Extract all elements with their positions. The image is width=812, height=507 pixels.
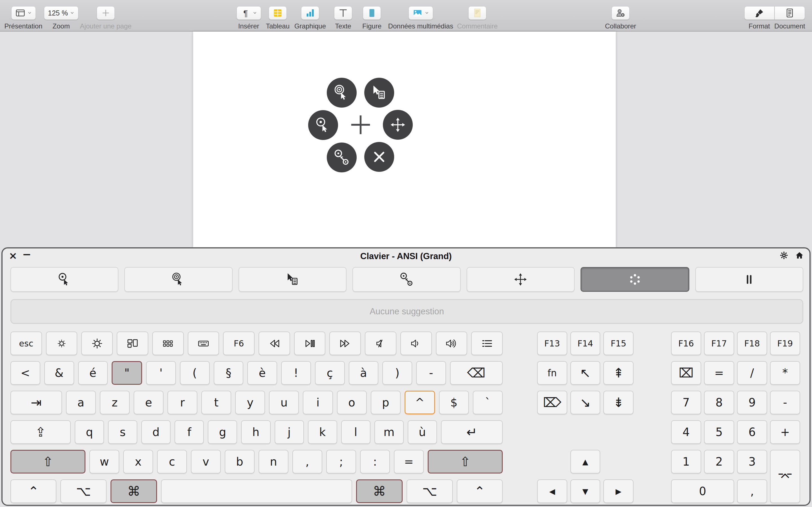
key-arrow-left[interactable]: ◀: [537, 480, 567, 503]
key-arrow-up[interactable]: ▲: [570, 450, 601, 473]
key-l[interactable]: l: [341, 420, 370, 444]
key-r[interactable]: r: [167, 391, 197, 414]
key-![interactable]: !: [281, 361, 311, 385]
dwell-double-click-button[interactable]: [327, 78, 357, 108]
key-;[interactable]: ;: [326, 450, 356, 473]
key-menu[interactable]: [471, 332, 503, 355]
key-é[interactable]: é: [78, 361, 108, 385]
key-ù[interactable]: ù: [408, 420, 437, 444]
key-'[interactable]: ': [146, 361, 176, 385]
key-$[interactable]: $: [439, 391, 469, 414]
collaborate-button[interactable]: [612, 6, 629, 20]
key-quote[interactable]: ": [112, 361, 142, 385]
action-drag-button[interactable]: [352, 267, 460, 292]
key-shift-right[interactable]: ⇧: [428, 450, 503, 473]
add-page-button[interactable]: [97, 6, 115, 20]
key-num-2[interactable]: 2: [704, 450, 734, 473]
key-option-right[interactable]: ⌥: [407, 480, 453, 503]
key-arrow-down[interactable]: ▼: [570, 480, 601, 503]
key-num-0[interactable]: 0: [671, 480, 734, 503]
action-dwell-options-button[interactable]: [580, 267, 689, 292]
key-f13[interactable]: F13: [537, 332, 567, 355]
key-num-3[interactable]: 3: [737, 450, 767, 473]
key-page-up[interactable]: ⇞: [603, 361, 633, 385]
key-=[interactable]: =: [394, 450, 424, 473]
action-left-click-button[interactable]: [10, 267, 118, 292]
key-<[interactable]: <: [10, 361, 40, 385]
key-o[interactable]: o: [337, 391, 367, 414]
action-right-click-button[interactable]: [239, 267, 347, 292]
key-z[interactable]: z: [100, 391, 130, 414]
document-button[interactable]: [774, 6, 805, 20]
key-c[interactable]: c: [157, 450, 187, 473]
key-num-8[interactable]: 8: [704, 391, 734, 414]
key-rewind[interactable]: [259, 332, 290, 355]
key-num-equals[interactable]: =: [704, 361, 734, 385]
key-brightness-down[interactable]: [46, 332, 78, 355]
key-home[interactable]: ↖: [570, 361, 601, 385]
key-mute[interactable]: [365, 332, 396, 355]
key-([interactable]: (: [180, 361, 210, 385]
action-double-click-button[interactable]: [124, 267, 232, 292]
key-num-divide[interactable]: /: [737, 361, 767, 385]
key-backtick[interactable]: `: [473, 391, 503, 414]
key-t[interactable]: t: [201, 391, 231, 414]
key-num-4[interactable]: 4: [671, 420, 701, 444]
key-k[interactable]: k: [308, 420, 337, 444]
key-n[interactable]: n: [259, 450, 289, 473]
key-launchpad[interactable]: [152, 332, 184, 355]
key-d[interactable]: d: [141, 420, 170, 444]
key-m[interactable]: m: [374, 420, 404, 444]
key-num-enter[interactable]: ⌤: [770, 450, 800, 503]
key-option-left[interactable]: ⌥: [60, 480, 106, 503]
dwell-close-button[interactable]: [364, 142, 394, 172]
key-f14[interactable]: F14: [570, 332, 601, 355]
key-)[interactable]: ): [382, 361, 412, 385]
key-f15[interactable]: F15: [603, 332, 633, 355]
key-q[interactable]: q: [75, 420, 104, 444]
key-g[interactable]: g: [208, 420, 237, 444]
key-num-clear[interactable]: ⌧: [671, 361, 701, 385]
key-brightness-up[interactable]: [81, 332, 113, 355]
key-j[interactable]: j: [274, 420, 304, 444]
key-command-right[interactable]: ⌘: [356, 480, 403, 503]
key-:[interactable]: :: [360, 450, 390, 473]
key-keyboard-backlight[interactable]: [188, 332, 219, 355]
key-w[interactable]: w: [89, 450, 119, 473]
action-move-button[interactable]: [467, 267, 574, 292]
key-mission-control[interactable]: [117, 332, 148, 355]
key-f18[interactable]: F18: [737, 332, 767, 355]
key-esc[interactable]: esc: [10, 332, 42, 355]
key-num-comma[interactable]: ,: [737, 480, 767, 503]
key-circumflex[interactable]: ^: [405, 391, 435, 414]
key-h[interactable]: h: [241, 420, 270, 444]
plus-crosshair-icon[interactable]: [349, 113, 372, 136]
key-tab[interactable]: ⇥: [10, 391, 62, 414]
key-i[interactable]: i: [303, 391, 333, 414]
key-f19[interactable]: F19: [770, 332, 800, 355]
home-button[interactable]: [795, 251, 804, 260]
key-&[interactable]: &: [44, 361, 74, 385]
key-space[interactable]: [161, 480, 352, 503]
key-num-1[interactable]: 1: [671, 450, 701, 473]
media-button[interactable]: [409, 6, 433, 20]
action-pause-button[interactable]: [695, 267, 803, 292]
key-page-down[interactable]: ⇟: [603, 391, 633, 414]
key-num-7[interactable]: 7: [671, 391, 701, 414]
key-num-6[interactable]: 6: [737, 420, 767, 444]
document-page[interactable]: [193, 32, 616, 248]
key-shift-left[interactable]: ⇧: [10, 450, 86, 473]
key-arrow-right[interactable]: ▶: [603, 480, 633, 503]
key-y[interactable]: y: [235, 391, 265, 414]
key-f6[interactable]: F6: [223, 332, 255, 355]
key-delete[interactable]: ⌫: [450, 361, 503, 385]
key-§[interactable]: §: [214, 361, 244, 385]
key-p[interactable]: p: [371, 391, 401, 414]
key-num-minus[interactable]: -: [770, 391, 800, 414]
key-play-pause[interactable]: [294, 332, 326, 355]
key-u[interactable]: u: [269, 391, 299, 414]
dwell-drag-button[interactable]: [327, 143, 357, 172]
key-control-right[interactable]: ⌃: [457, 480, 503, 503]
comment-button[interactable]: [468, 6, 486, 20]
key-fn[interactable]: fn: [537, 361, 567, 385]
